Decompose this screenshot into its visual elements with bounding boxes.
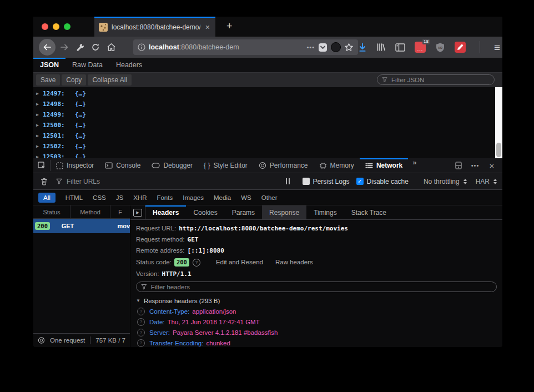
minimize-window-button[interactable] [53,23,59,30]
collapse-triangle-icon[interactable]: ▼ [136,298,140,303]
tab-console[interactable]: Console [99,158,146,173]
scrollbar-thumb[interactable] [496,143,501,157]
json-row[interactable]: ▶12497:{…} [33,88,502,99]
header-help-icon[interactable]: ? [137,308,145,315]
url-text[interactable]: localhost:8080/batchee-dem [149,43,303,51]
filter-js[interactable]: JS [116,194,123,201]
json-value[interactable]: {…} [75,111,86,118]
filter-xhr[interactable]: XHR [133,194,147,201]
library-icon[interactable] [376,43,386,52]
split-panel-toggle[interactable]: ▶ [130,205,145,219]
disable-cache-label[interactable]: Disable cache [367,178,409,185]
url-bar[interactable]: localhost:8080/batchee-dem ••• [133,39,358,55]
filter-headers-field[interactable] [136,282,497,292]
json-row[interactable]: ▶12502:{…} [33,141,502,152]
scrollbar[interactable] [495,87,502,158]
filter-json-input[interactable] [390,76,490,84]
expand-triangle-icon[interactable]: ▶ [36,102,43,107]
new-tab-button[interactable]: + [223,21,236,32]
tab-raw-data[interactable]: Raw Data [66,58,109,72]
header-help-icon[interactable]: ? [137,339,145,347]
tab-response[interactable]: Response [262,205,306,219]
header-row[interactable]: ? Content-Type: application/json [136,306,497,316]
raw-headers-button[interactable]: Raw headers [275,259,313,266]
har-dropdown-icon[interactable] [493,179,497,184]
edit-and-resend-button[interactable]: Edit and Resend [216,259,263,266]
column-status[interactable]: Status [33,205,70,218]
column-file[interactable]: F [110,205,130,218]
tab-cookies[interactable]: Cookies [186,205,224,219]
pause-traffic-icon[interactable] [286,178,290,184]
filter-json-field[interactable] [377,74,495,85]
filter-urls-field[interactable] [53,177,280,186]
json-row[interactable]: ▶12500:{…} [33,120,502,130]
extension-marker-icon[interactable] [455,42,466,53]
tab-network[interactable]: Network [360,158,408,173]
column-method[interactable]: Method [70,205,110,218]
response-headers-section[interactable]: ▼ Response headers (293 B) [136,295,497,306]
clear-requests-button[interactable] [36,178,52,185]
filter-images[interactable]: Images [183,194,204,201]
info-icon[interactable] [138,43,145,51]
expand-triangle-icon[interactable]: ▶ [36,91,43,96]
json-value[interactable]: {…} [75,143,86,150]
json-value[interactable]: {…} [75,100,86,108]
filter-urls-input[interactable] [66,177,234,186]
expand-triangle-icon[interactable]: ▶ [36,133,43,138]
close-window-button[interactable] [42,23,48,30]
tab-memory[interactable]: Memory [314,158,360,173]
tab-headers-detail[interactable]: Headers [145,205,186,219]
json-row[interactable]: ▶12498:{…} [33,99,502,109]
header-row[interactable]: ? Server: Payara Server 4.1.2.181 #badas… [136,327,497,338]
filter-ws[interactable]: WS [241,194,251,201]
status-help-icon[interactable]: ? [193,259,200,267]
expand-triangle-icon[interactable]: ▶ [36,123,43,128]
tab-timings[interactable]: Timings [306,205,344,219]
json-value[interactable]: {…} [75,153,86,158]
expand-triangle-icon[interactable]: ▶ [36,112,43,117]
collapse-all-button[interactable]: Collapse All [88,74,132,86]
header-help-icon[interactable]: ? [137,329,145,336]
persist-logs-label[interactable]: Persist Logs [313,178,350,185]
pick-element-button[interactable] [33,158,50,173]
request-row[interactable]: 200 GET mov [33,219,130,233]
reload-button[interactable] [88,39,103,55]
back-button[interactable] [39,39,56,56]
ublock-shield-icon[interactable]: UO [435,42,445,53]
tab-headers[interactable]: Headers [109,58,149,72]
disable-cache-checkbox[interactable]: ✓ [356,178,364,185]
extension-red-icon[interactable]: ... 18 [415,42,426,53]
pocket-icon[interactable] [318,43,328,52]
forward-button[interactable] [57,39,72,55]
header-row[interactable]: ? Date: Thu, 21 Jun 2018 17:42:41 GMT [136,316,497,327]
filter-other[interactable]: Other [261,194,278,201]
filter-media[interactable]: Media [214,194,231,201]
har-menu[interactable]: HAR [476,178,490,185]
tab-performance[interactable]: Performance [253,158,314,173]
tab-inspector[interactable]: Inspector [51,158,99,173]
throttling-dropdown-icon[interactable] [464,179,467,184]
json-row[interactable]: ▶12501:{…} [33,130,502,141]
devtools-menu-icon[interactable]: ••• [467,162,483,169]
filter-css[interactable]: CSS [93,194,106,201]
performance-analysis-icon[interactable] [38,336,45,344]
menu-hamburger-icon[interactable]: ≡ [494,42,500,53]
filter-all[interactable]: All [38,193,56,203]
close-devtools-icon[interactable]: × [483,161,500,170]
browser-tab[interactable]: localhost:8080/batchee-demo/ × [94,17,215,37]
throttling-select[interactable]: No throttling [424,178,460,185]
save-button[interactable]: Save [36,74,60,86]
container-indicator-icon[interactable] [331,42,341,52]
extension-wrench-button[interactable] [72,39,88,55]
downloads-icon[interactable] [358,43,367,52]
json-value[interactable]: {…} [75,90,86,97]
json-value[interactable]: {…} [75,122,86,129]
tab-params[interactable]: Params [225,205,262,219]
expand-triangle-icon[interactable]: ▶ [36,154,43,158]
json-row[interactable]: ▶12503:{…} [33,152,502,158]
maximize-window-button[interactable] [64,23,70,30]
filter-html[interactable]: HTML [66,194,83,201]
persist-logs-checkbox[interactable] [303,178,310,185]
tab-stack-trace[interactable]: Stack Trace [344,205,394,219]
home-button[interactable] [103,39,119,55]
